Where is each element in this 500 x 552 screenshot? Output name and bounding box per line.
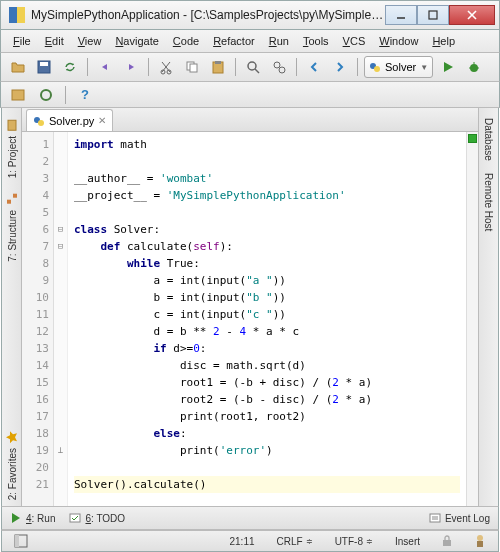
svg-rect-27 — [8, 120, 16, 130]
forward-icon[interactable] — [329, 56, 351, 78]
copy-icon[interactable] — [181, 56, 203, 78]
line-number-gutter: 123456789101112131415161718192021 — [22, 132, 54, 506]
cut-icon[interactable] — [155, 56, 177, 78]
svg-point-16 — [274, 62, 280, 68]
svg-point-19 — [374, 66, 380, 72]
code-content[interactable]: import math __author__ = 'wombat' __proj… — [68, 132, 466, 506]
save-icon[interactable] — [33, 56, 55, 78]
line-separator[interactable]: CRLF ≑ — [271, 536, 319, 547]
undo-icon[interactable] — [94, 56, 116, 78]
svg-rect-33 — [430, 514, 440, 522]
svg-rect-11 — [190, 64, 197, 72]
run-config-combo[interactable]: Solver ▼ — [364, 56, 433, 78]
svg-rect-0 — [9, 7, 17, 23]
python-file-icon — [33, 115, 45, 127]
window-title: MySimplePythonApplication - [C:\SamplesP… — [31, 8, 385, 22]
structure-icon — [5, 192, 19, 206]
encoding[interactable]: UTF-8 ≑ — [329, 536, 379, 547]
paste-icon[interactable] — [207, 56, 229, 78]
tool-run[interactable]: 4: Run — [10, 512, 55, 524]
fold-column: ⊟⊟ ⊥ — [54, 132, 68, 506]
star-icon — [5, 430, 19, 444]
bottom-tool-strip: 4: Run 6: TODO Event Log — [1, 506, 499, 530]
toggle-tool-windows-icon[interactable] — [8, 534, 34, 548]
error-stripe — [466, 132, 478, 506]
menu-tools[interactable]: Tools — [297, 33, 335, 49]
back-icon[interactable] — [303, 56, 325, 78]
svg-text:?: ? — [81, 87, 89, 102]
tool-todo[interactable]: 6: TODO — [69, 512, 125, 524]
main-area: 1: Project 7: Structure 2: Favorites Sol… — [1, 108, 499, 506]
menu-run[interactable]: Run — [263, 33, 295, 49]
menu-view[interactable]: View — [72, 33, 108, 49]
svg-rect-38 — [443, 540, 451, 546]
svg-rect-32 — [70, 514, 80, 522]
todo-icon — [69, 512, 81, 524]
menu-vcs[interactable]: VCS — [337, 33, 372, 49]
tab-project[interactable]: 1: Project — [3, 112, 21, 184]
app-icon — [9, 7, 25, 23]
minimize-button[interactable] — [385, 5, 417, 25]
menu-help[interactable]: Help — [426, 33, 461, 49]
run-config-label: Solver — [385, 61, 416, 73]
python-icon — [369, 61, 381, 73]
status-bar: 21:11 CRLF ≑ UTF-8 ≑ Insert — [1, 530, 499, 552]
secondary-toolbar: ? — [0, 82, 500, 108]
svg-rect-28 — [7, 200, 11, 204]
menu-bar: FileEditViewNavigateCodeRefactorRunTools… — [0, 30, 500, 52]
menu-edit[interactable]: Edit — [39, 33, 70, 49]
svg-rect-7 — [40, 62, 48, 66]
svg-rect-13 — [215, 61, 221, 64]
svg-point-31 — [38, 120, 44, 126]
svg-rect-1 — [17, 7, 25, 23]
project-icon — [5, 118, 19, 132]
main-toolbar: Solver ▼ — [0, 52, 500, 82]
svg-rect-3 — [429, 11, 437, 19]
hector-icon[interactable] — [468, 534, 492, 548]
replace-icon[interactable] — [268, 56, 290, 78]
analysis-ok-marker — [468, 134, 477, 143]
editor-tab-strip: Solver.py ✕ — [22, 108, 478, 132]
menu-code[interactable]: Code — [167, 33, 205, 49]
tab-remote-host[interactable]: Remote Host — [481, 167, 496, 237]
chevron-down-icon: ▼ — [420, 63, 428, 72]
svg-point-17 — [279, 67, 285, 73]
svg-rect-29 — [13, 194, 17, 198]
redo-icon[interactable] — [120, 56, 142, 78]
run-icon — [10, 512, 22, 524]
close-button[interactable] — [449, 5, 495, 25]
svg-rect-40 — [477, 541, 483, 547]
run-icon[interactable] — [437, 56, 459, 78]
maximize-button[interactable] — [417, 5, 449, 25]
svg-rect-37 — [15, 535, 19, 547]
svg-point-20 — [470, 64, 478, 72]
project-pane-icon[interactable] — [7, 84, 29, 106]
svg-point-39 — [477, 535, 483, 541]
code-editor[interactable]: 123456789101112131415161718192021 ⊟⊟ ⊥ i… — [22, 132, 478, 506]
caret-position: 21:11 — [223, 536, 260, 547]
sync-icon[interactable] — [59, 56, 81, 78]
tab-database[interactable]: Database — [481, 112, 496, 167]
svg-point-25 — [41, 90, 51, 100]
debug-icon[interactable] — [463, 56, 485, 78]
event-log-icon — [429, 512, 441, 524]
menu-navigate[interactable]: Navigate — [109, 33, 164, 49]
help-icon[interactable]: ? — [74, 84, 96, 106]
title-bar: MySimplePythonApplication - [C:\SamplesP… — [0, 0, 500, 30]
structure-pane-icon[interactable] — [35, 84, 57, 106]
editor-area: Solver.py ✕ 1234567891011121314151617181… — [22, 108, 478, 506]
file-tab-solver[interactable]: Solver.py ✕ — [26, 109, 113, 131]
file-tab-label: Solver.py — [49, 115, 94, 127]
open-icon[interactable] — [7, 56, 29, 78]
menu-refactor[interactable]: Refactor — [207, 33, 261, 49]
menu-file[interactable]: File — [7, 33, 37, 49]
find-icon[interactable] — [242, 56, 264, 78]
tab-favorites[interactable]: 2: Favorites — [3, 424, 21, 506]
insert-mode: Insert — [389, 536, 426, 547]
tab-structure[interactable]: 7: Structure — [3, 186, 21, 268]
tool-event-log[interactable]: Event Log — [429, 512, 490, 524]
close-tab-icon[interactable]: ✕ — [98, 115, 106, 126]
read-only-lock-icon[interactable] — [436, 535, 458, 547]
svg-line-15 — [255, 69, 259, 73]
menu-window[interactable]: Window — [373, 33, 424, 49]
